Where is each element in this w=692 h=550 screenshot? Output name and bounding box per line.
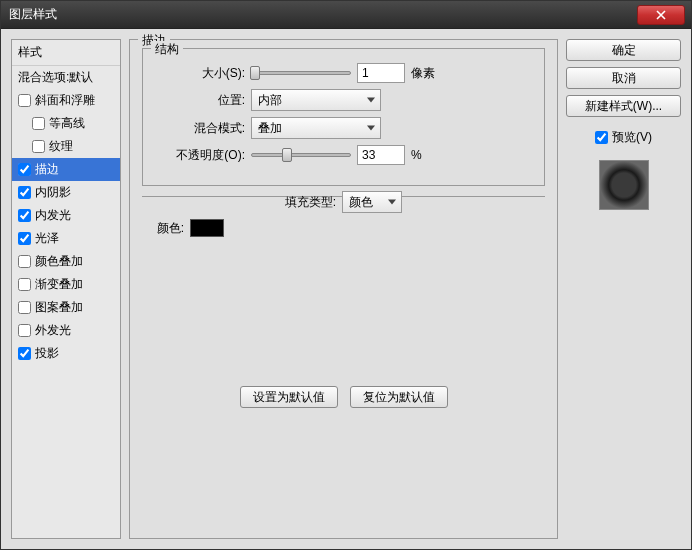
sidebar-item-label: 斜面和浮雕 (35, 92, 95, 109)
opacity-slider[interactable] (251, 153, 351, 157)
sidebar-item[interactable]: 内阴影 (12, 181, 120, 204)
style-checkbox[interactable] (18, 186, 31, 199)
titlebar[interactable]: 图层样式 (1, 1, 691, 29)
set-default-button[interactable]: 设置为默认值 (240, 386, 338, 408)
style-checkbox[interactable] (18, 278, 31, 291)
style-checkbox[interactable] (18, 347, 31, 360)
fill-type-label: 填充类型: (285, 194, 336, 211)
style-checkbox[interactable] (32, 140, 45, 153)
sidebar-blend-options[interactable]: 混合选项:默认 (12, 66, 120, 89)
color-label: 颜色: (154, 220, 184, 237)
opacity-input[interactable] (357, 145, 405, 165)
opacity-slider-thumb[interactable] (282, 148, 292, 162)
structure-title: 结构 (151, 41, 183, 58)
style-checkbox[interactable] (18, 301, 31, 314)
preview-thumbnail (599, 160, 649, 210)
sidebar-item[interactable]: 颜色叠加 (12, 250, 120, 273)
opacity-unit: % (411, 148, 422, 162)
sidebar-item[interactable]: 斜面和浮雕 (12, 89, 120, 112)
ok-button[interactable]: 确定 (566, 39, 681, 61)
style-checkbox[interactable] (18, 94, 31, 107)
sidebar-header: 样式 (12, 40, 120, 66)
fill-type-value: 颜色 (349, 194, 373, 211)
sidebar-item-label: 图案叠加 (35, 299, 83, 316)
style-checkbox[interactable] (18, 232, 31, 245)
size-input[interactable] (357, 63, 405, 83)
blend-options-label: 混合选项:默认 (18, 69, 93, 86)
color-swatch[interactable] (190, 219, 224, 237)
sidebar-item-label: 渐变叠加 (35, 276, 83, 293)
style-checkbox[interactable] (18, 255, 31, 268)
blend-mode-label: 混合模式: (155, 120, 245, 137)
sidebar-item[interactable]: 光泽 (12, 227, 120, 250)
size-label: 大小(S): (155, 65, 245, 82)
sidebar-item[interactable]: 内发光 (12, 204, 120, 227)
new-style-button[interactable]: 新建样式(W)... (566, 95, 681, 117)
preview-checkbox[interactable] (595, 131, 608, 144)
blend-mode-select[interactable]: 叠加 (251, 117, 381, 139)
sidebar-item[interactable]: 投影 (12, 342, 120, 365)
main-panel: 描边 结构 大小(S): 像素 位置: 内部 (129, 39, 558, 539)
cancel-button[interactable]: 取消 (566, 67, 681, 89)
style-checkbox[interactable] (18, 209, 31, 222)
sidebar-item-label: 投影 (35, 345, 59, 362)
position-label: 位置: (155, 92, 245, 109)
sidebar-item[interactable]: 渐变叠加 (12, 273, 120, 296)
sidebar-item-label: 等高线 (49, 115, 85, 132)
sidebar-item-label: 内发光 (35, 207, 71, 224)
fill-group: 填充类型: 颜色 颜色: (142, 196, 545, 255)
sidebar-item-label: 纹理 (49, 138, 73, 155)
sidebar-item-label: 描边 (35, 161, 59, 178)
sidebar-item[interactable]: 外发光 (12, 319, 120, 342)
size-slider-thumb[interactable] (250, 66, 260, 80)
close-icon (656, 10, 666, 20)
opacity-label: 不透明度(O): (155, 147, 245, 164)
sidebar-item[interactable]: 纹理 (12, 135, 120, 158)
position-select[interactable]: 内部 (251, 89, 381, 111)
sidebar-item-label: 外发光 (35, 322, 71, 339)
size-unit: 像素 (411, 65, 435, 82)
styles-sidebar: 样式 混合选项:默认 斜面和浮雕等高线纹理描边内阴影内发光光泽颜色叠加渐变叠加图… (11, 39, 121, 539)
sidebar-item[interactable]: 图案叠加 (12, 296, 120, 319)
sidebar-item[interactable]: 等高线 (12, 112, 120, 135)
sidebar-item-label: 颜色叠加 (35, 253, 83, 270)
sidebar-item-label: 光泽 (35, 230, 59, 247)
preview-label: 预览(V) (612, 129, 652, 146)
style-checkbox[interactable] (18, 163, 31, 176)
window-title: 图层样式 (9, 6, 57, 23)
style-checkbox[interactable] (18, 324, 31, 337)
structure-group: 结构 大小(S): 像素 位置: 内部 (142, 48, 545, 186)
preview-checkbox-row[interactable]: 预览(V) (566, 129, 681, 146)
layer-style-dialog: 图层样式 样式 混合选项:默认 斜面和浮雕等高线纹理描边内阴影内发光光泽颜色叠加… (0, 0, 692, 550)
dialog-content: 样式 混合选项:默认 斜面和浮雕等高线纹理描边内阴影内发光光泽颜色叠加渐变叠加图… (1, 29, 691, 549)
size-slider[interactable] (251, 71, 351, 75)
close-button[interactable] (637, 5, 685, 25)
style-checkbox[interactable] (32, 117, 45, 130)
reset-default-button[interactable]: 复位为默认值 (350, 386, 448, 408)
right-panel: 确定 取消 新建样式(W)... 预览(V) (566, 39, 681, 539)
stroke-group: 描边 结构 大小(S): 像素 位置: 内部 (129, 39, 558, 539)
blend-mode-value: 叠加 (258, 120, 282, 137)
sidebar-item-label: 内阴影 (35, 184, 71, 201)
fill-type-select[interactable]: 颜色 (342, 191, 402, 213)
sidebar-item[interactable]: 描边 (12, 158, 120, 181)
position-value: 内部 (258, 92, 282, 109)
